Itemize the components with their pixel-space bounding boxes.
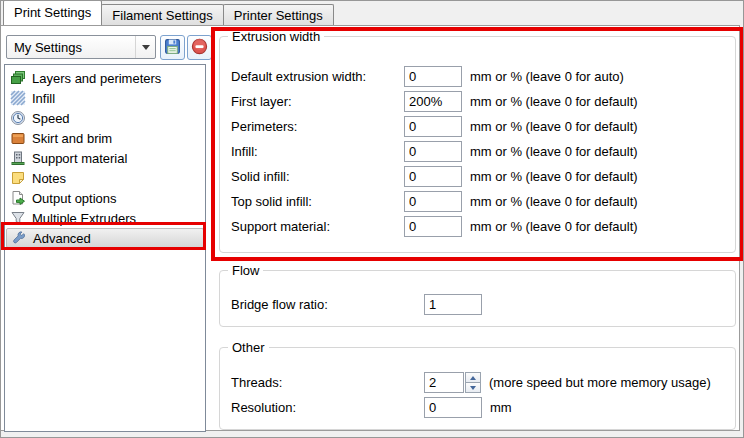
resolution-input[interactable] [424, 397, 482, 418]
setting-suffix: mm or % (leave 0 for default) [470, 194, 638, 209]
preset-selected-value: My Settings [14, 40, 82, 55]
flow-group: Flow Bridge flow ratio: [219, 270, 736, 327]
setting-suffix: mm or % (leave 0 for default) [470, 144, 638, 159]
sidebar-item-support-material[interactable]: Support material [6, 148, 204, 168]
setting-row-first-layer: First layer: mm or % (leave 0 for defaul… [220, 89, 735, 114]
setting-row-top-solid-infill: Top solid infill: mm or % (leave 0 for d… [220, 189, 735, 214]
preset-select[interactable]: My Settings [6, 35, 156, 59]
wrench-icon [11, 230, 27, 246]
settings-category-list: Layers and perimeters Infill [4, 64, 206, 432]
setting-suffix: mm or % (leave 0 for auto) [470, 69, 624, 84]
setting-suffix: mm [490, 400, 512, 415]
support-material-icon [10, 150, 26, 166]
sidebar-item-label: Support material [32, 151, 127, 166]
delete-icon [191, 38, 208, 58]
speed-icon [10, 110, 26, 126]
threads-stepper [465, 372, 481, 393]
support-material-width-input[interactable] [404, 216, 462, 237]
arrow-up-icon [470, 376, 476, 380]
setting-label: Infill: [231, 144, 404, 159]
arrow-down-icon [470, 386, 476, 390]
infill-icon [10, 90, 26, 106]
sidebar-item-label: Layers and perimeters [32, 71, 161, 86]
save-icon [164, 38, 181, 58]
sidebar-item-advanced[interactable]: Advanced [6, 228, 204, 248]
extrusion-width-group: Extrusion width Default extrusion width:… [219, 36, 736, 253]
group-title: Other [228, 340, 269, 355]
save-preset-button[interactable] [160, 35, 185, 60]
setting-label: Perimeters: [231, 119, 404, 134]
sidebar-item-layers-and-perimeters[interactable]: Layers and perimeters [6, 68, 204, 88]
setting-suffix: (more speed but more memory usage) [489, 375, 711, 390]
first-layer-width-input[interactable] [404, 91, 462, 112]
threads-input[interactable] [424, 372, 464, 393]
setting-suffix: mm or % (leave 0 for default) [470, 169, 638, 184]
setting-row-threads: Threads: (more speed but more memory usa… [220, 370, 735, 395]
setting-label: Threads: [231, 375, 424, 390]
setting-row-infill: Infill: mm or % (leave 0 for default) [220, 139, 735, 164]
setting-label: Default extrusion width: [231, 69, 404, 84]
setting-suffix: mm or % (leave 0 for default) [470, 94, 638, 109]
group-title: Flow [228, 263, 263, 278]
setting-label: First layer: [231, 94, 404, 109]
extruders-icon [10, 210, 26, 226]
bridge-flow-ratio-input[interactable] [424, 294, 482, 315]
sidebar-item-label: Speed [32, 111, 70, 126]
sidebar-item-speed[interactable]: Speed [6, 108, 204, 128]
default-extrusion-width-input[interactable] [404, 66, 462, 87]
setting-label: Resolution: [231, 400, 424, 415]
sidebar-item-label: Notes [32, 171, 66, 186]
slic3r-settings-window: Print Settings Filament Settings Printer… [0, 0, 744, 438]
tab-filament-settings[interactable]: Filament Settings [101, 4, 223, 25]
group-title: Extrusion width [228, 29, 324, 44]
setting-label: Top solid infill: [231, 194, 404, 209]
sidebar-item-output-options[interactable]: Output options [6, 188, 204, 208]
setting-label: Bridge flow ratio: [231, 297, 424, 312]
setting-row-perimeters: Perimeters: mm or % (leave 0 for default… [220, 114, 735, 139]
stepper-down-button[interactable] [465, 382, 481, 393]
print-settings-page: My Settings [1, 25, 740, 431]
top-solid-infill-width-input[interactable] [404, 191, 462, 212]
tab-print-settings[interactable]: Print Settings [3, 0, 102, 25]
sidebar-item-multiple-extruders[interactable]: Multiple Extruders [6, 208, 204, 228]
setting-suffix: mm or % (leave 0 for default) [470, 119, 638, 134]
sidebar-item-label: Skirt and brim [32, 131, 112, 146]
sidebar-item-infill[interactable]: Infill [6, 88, 204, 108]
sidebar-item-label: Output options [32, 191, 117, 206]
sidebar-item-label: Multiple Extruders [32, 211, 136, 226]
sidebar-item-label: Advanced [33, 231, 91, 246]
setting-row-bridge-flow-ratio: Bridge flow ratio: [220, 292, 735, 317]
setting-row-solid-infill: Solid infill: mm or % (leave 0 for defau… [220, 164, 735, 189]
sidebar-item-skirt-and-brim[interactable]: Skirt and brim [6, 128, 204, 148]
infill-width-input[interactable] [404, 141, 462, 162]
sidebar-item-label: Infill [32, 91, 55, 106]
setting-label: Solid infill: [231, 169, 404, 184]
setting-row-resolution: Resolution: mm [220, 395, 735, 420]
layers-icon [10, 70, 26, 86]
perimeters-width-input[interactable] [404, 116, 462, 137]
output-options-icon [10, 190, 26, 206]
settings-tabbar: Print Settings Filament Settings Printer… [1, 1, 743, 25]
tab-printer-settings[interactable]: Printer Settings [223, 4, 334, 25]
other-group: Other Threads: (more speed but more memo… [219, 347, 736, 430]
setting-row-support-material: Support material: mm or % (leave 0 for d… [220, 214, 735, 239]
notes-icon [10, 170, 26, 186]
setting-suffix: mm or % (leave 0 for default) [470, 219, 638, 234]
chevron-down-icon[interactable] [135, 36, 155, 58]
skirt-icon [10, 130, 26, 146]
delete-preset-button[interactable] [187, 35, 212, 60]
setting-row-default-extrusion-width: Default extrusion width: mm or % (leave … [220, 64, 735, 89]
setting-label: Support material: [231, 219, 404, 234]
sidebar-item-notes[interactable]: Notes [6, 168, 204, 188]
solid-infill-width-input[interactable] [404, 166, 462, 187]
